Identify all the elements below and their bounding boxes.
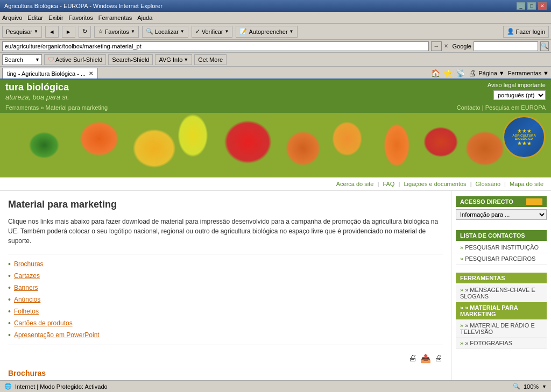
intro-text: Clique nos links mais abaixo para fazer …: [8, 217, 443, 246]
minimize-button[interactable]: _: [517, 2, 525, 10]
extra-icon[interactable]: 🖨: [434, 353, 443, 364]
acesso-directo-heading: ACESSO DIRECTO: [456, 196, 547, 207]
link-anuncios[interactable]: Anúncios: [14, 296, 40, 303]
home-icon[interactable]: 🏠: [431, 69, 440, 77]
tab-actions: 🏠 ⭐ 📡 🖨 Página ▼ Ferramentas ▼: [431, 69, 549, 79]
divider-1: [8, 254, 443, 254]
zoom-arrow[interactable]: ▼: [542, 384, 547, 389]
link-ligacoes[interactable]: Ligações e documentos: [404, 181, 466, 187]
toolbar-nav-fwd[interactable]: ►: [62, 26, 75, 38]
link-glossario[interactable]: Glossário: [476, 181, 500, 187]
search-dropdown-arrow[interactable]: ▼: [35, 57, 40, 62]
toolbar-nav-back[interactable]: ◄: [45, 26, 59, 38]
ferr-mensagens-link[interactable]: » MENSAGENS-CHAVE E SLOGANS: [456, 284, 547, 302]
toolbar-refresh[interactable]: ↻: [79, 26, 91, 38]
link-list: Brochuras Cartazes Banners Anúncios Folh…: [8, 260, 443, 339]
pesquisar-button[interactable]: Pesquisar ▼: [2, 26, 42, 38]
lista-contactos-section: LISTA DE CONTACTOS PESQUISAR INSTITUIÇÃO…: [456, 230, 547, 265]
link-cartazes[interactable]: Cartazes: [14, 272, 40, 280]
link-banners[interactable]: Banners: [14, 284, 38, 291]
bookmark-icon[interactable]: ⭐: [443, 69, 453, 77]
print-icons: 🖨 📤 🖨: [8, 351, 443, 366]
tools-menu-button[interactable]: Ferramentas ▼: [508, 70, 549, 76]
get-more-button[interactable]: Get More: [194, 54, 227, 65]
contacto-link[interactable]: Contacto: [457, 104, 481, 111]
menu-editar[interactable]: Editar: [27, 15, 43, 21]
divider-2: [8, 345, 443, 345]
ferramentas-section: FERRAMENTAS » MENSAGENS-CHAVE E SLOGANS …: [456, 273, 547, 349]
page-menu-button[interactable]: Página ▼: [479, 70, 505, 76]
link-mapa[interactable]: Mapa do site: [510, 181, 543, 187]
list-item: Cartões de produtos: [8, 319, 443, 327]
autopreencher-button[interactable]: 📝 Autopreencher ▼: [236, 26, 297, 38]
ferr-material-link[interactable]: » MATERIAL PARA MARKETING: [456, 302, 547, 320]
breadcrumb-root-link[interactable]: Ferramentas: [5, 104, 39, 111]
localizar-button[interactable]: 🔍 Localizar ▼: [142, 26, 188, 38]
avg-info-button[interactable]: AVG Info ▼: [155, 54, 192, 65]
main-toolbar: Pesquisar ▼ ◄ ► ↻ ☆ Favoritos ▼ 🔍 Locali…: [0, 24, 551, 40]
menu-arquivo[interactable]: Arquivo: [2, 15, 22, 21]
title-bar: Agricultura Biológica - EUROPA - Windows…: [0, 0, 551, 12]
site-subtitle: atureza, boa para si.: [5, 93, 69, 101]
link-acerca[interactable]: Acerca do site: [336, 181, 374, 187]
menu-favoritos[interactable]: Favoritos: [69, 15, 93, 21]
close-button[interactable]: ✕: [538, 2, 547, 10]
link-faq[interactable]: FAQ: [383, 181, 394, 187]
status-text: Internet | Modo Protegido: Activado: [15, 383, 108, 390]
aviso-legal-text: Aviso legal importante: [488, 82, 546, 88]
google-search-button[interactable]: 🔍: [540, 41, 549, 51]
feed-icon[interactable]: 📡: [456, 69, 465, 77]
tab-label: ting - Agricultura Biológica - ...: [7, 70, 86, 77]
site-title: tura biológica: [5, 82, 69, 93]
search-input[interactable]: [4, 56, 34, 63]
content-area: Material para marketing Clique nos links…: [0, 191, 551, 383]
shield-icon: 🛡: [48, 56, 54, 63]
logo-star-bottom: ★★★: [517, 140, 532, 146]
status-bar: 🌐 Internet | Modo Protegido: Activado 🔍 …: [0, 380, 551, 390]
active-surf-shield-button[interactable]: 🛡 Active Surf-Shield: [44, 54, 106, 65]
print-page-icon[interactable]: 🖨: [408, 353, 417, 364]
language-select[interactable]: português (pt): [493, 90, 546, 100]
informacao-para-select[interactable]: Informação para ...: [456, 209, 547, 220]
address-input[interactable]: [2, 41, 429, 51]
pesquisar-instituicao-link[interactable]: PESQUISAR INSTITUIÇÃO: [456, 242, 547, 253]
link-powerpoint[interactable]: Apresentação em PowerPoint: [14, 331, 100, 339]
ferr-radio-link[interactable]: » MATERIAL DE RÁDIO E TELEVISÃO: [456, 320, 547, 338]
pesquisa-link[interactable]: Pesquisa em EUROPA: [485, 104, 546, 111]
zoom-icon: 🔍: [513, 383, 520, 390]
link-brochuras[interactable]: Brochuras: [14, 260, 44, 268]
zoom-level: 100%: [524, 383, 539, 390]
acesso-directo-label: ACESSO DIRECTO: [460, 198, 513, 205]
favoritos-button[interactable]: ☆ Favoritos ▼: [94, 26, 139, 38]
breadcrumb: Ferramentas » Material para marketing: [5, 104, 108, 111]
list-item: Folhetos: [8, 307, 443, 316]
window-title: Agricultura Biológica - EUROPA - Windows…: [4, 3, 163, 9]
hero-image: ★★★ AGRICULTURA BIOLÓGICA ★★★: [0, 113, 551, 177]
go-button[interactable]: →: [431, 41, 442, 51]
active-tab[interactable]: ting - Agricultura Biológica - ... ✕: [2, 68, 98, 79]
list-item: Brochuras: [8, 260, 443, 268]
sidebar: ACESSO DIRECTO Informação para ... LISTA…: [451, 191, 551, 383]
refresh-icon[interactable]: ✕: [444, 43, 448, 49]
tab-close-icon[interactable]: ✕: [89, 70, 93, 76]
verificar-button[interactable]: ✓ Verificar ▼: [192, 26, 233, 38]
acesso-directo-section: ACESSO DIRECTO Informação para ...: [456, 196, 547, 222]
bookmark-page-icon[interactable]: 📤: [420, 353, 431, 364]
menu-exibir[interactable]: Exibir: [48, 15, 63, 21]
pesquisar-parceiros-link[interactable]: PESQUISAR PARCEIROS: [456, 253, 547, 265]
menu-ferramentas[interactable]: Ferramentas: [98, 15, 132, 21]
pesquisar-arrow: ▼: [34, 29, 38, 34]
fazer-login-button[interactable]: 👤 Fazer login: [503, 26, 549, 38]
status-left: 🌐 Internet | Modo Protegido: Activado: [4, 383, 108, 390]
menu-ajuda[interactable]: Ajuda: [137, 15, 152, 21]
link-cartoes[interactable]: Cartões de produtos: [14, 319, 73, 327]
site-header-right: Aviso legal importante português (pt): [488, 82, 546, 100]
maximize-button[interactable]: □: [527, 2, 536, 10]
address-bar: → ✕ Google 🔍: [0, 40, 551, 53]
link-folhetos[interactable]: Folhetos: [14, 308, 39, 315]
ferr-fotografias-link[interactable]: » FOTOGRAFIAS: [456, 338, 547, 349]
search-shield-button[interactable]: Search-Shield: [108, 54, 153, 65]
nav-breadcrumb: Ferramentas » Material para marketing Co…: [0, 103, 551, 113]
google-search-input[interactable]: [474, 41, 538, 51]
print-icon[interactable]: 🖨: [468, 69, 476, 77]
